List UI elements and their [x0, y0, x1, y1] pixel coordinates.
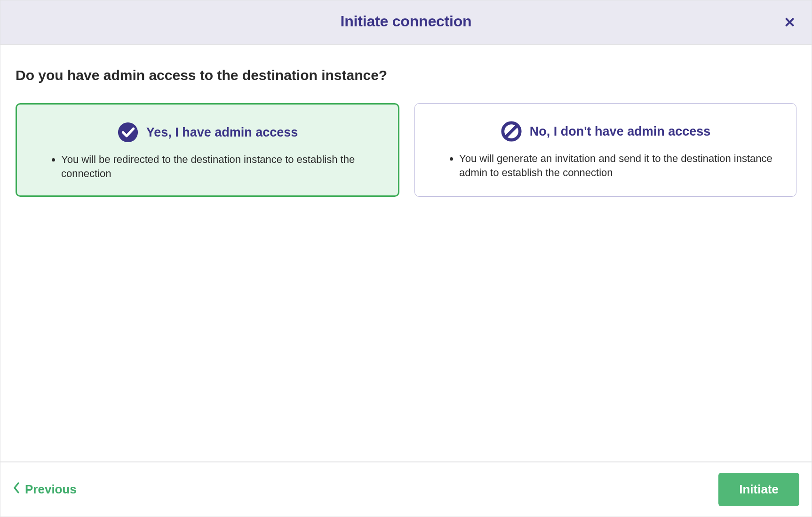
dialog-body: Do you have admin access to the destinat… [0, 45, 812, 462]
svg-point-0 [118, 122, 138, 142]
initiate-connection-dialog: Initiate connection ✕ Do you have admin … [0, 0, 812, 517]
options-row: Yes, I have admin access You will be red… [16, 103, 796, 197]
option-head: Yes, I have admin access [31, 121, 384, 143]
close-icon: ✕ [784, 15, 796, 30]
option-no-bullet-0: You will generate an invitation and send… [459, 152, 777, 179]
option-yes-bullet-0: You will be redirected to the destinatio… [61, 153, 379, 180]
check-circle-icon [117, 121, 139, 143]
dialog-footer: Previous Initiate [0, 462, 812, 517]
option-yes-title: Yes, I have admin access [146, 125, 298, 140]
option-no-admin[interactable]: No, I don't have admin access You will g… [414, 103, 796, 197]
option-no-title: No, I don't have admin access [530, 124, 711, 139]
close-button[interactable]: ✕ [784, 16, 796, 30]
previous-button[interactable]: Previous [13, 482, 77, 497]
svg-line-2 [506, 126, 517, 137]
option-head: No, I don't have admin access [429, 121, 782, 142]
option-no-bullets: You will generate an invitation and send… [429, 152, 782, 179]
prohibit-icon [501, 121, 522, 142]
dialog-header: Initiate connection ✕ [0, 0, 812, 45]
initiate-button[interactable]: Initiate [718, 473, 799, 506]
option-yes-admin[interactable]: Yes, I have admin access You will be red… [16, 103, 399, 197]
dialog-title: Initiate connection [0, 13, 812, 30]
previous-label: Previous [25, 482, 77, 497]
chevron-left-icon [13, 482, 20, 497]
admin-access-question: Do you have admin access to the destinat… [16, 67, 796, 83]
option-yes-bullets: You will be redirected to the destinatio… [31, 153, 384, 180]
